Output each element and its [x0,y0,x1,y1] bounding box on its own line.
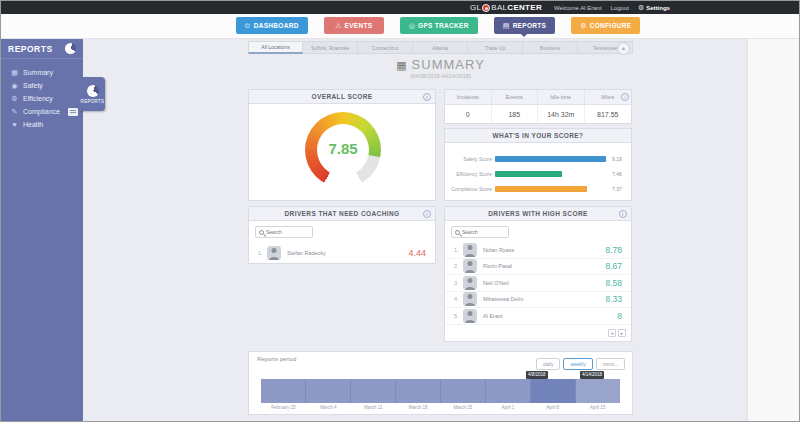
driver-avatar [463,276,477,290]
summary-chart-icon: ▦ [10,69,19,77]
tab-all-locations[interactable]: All Locations [248,41,303,54]
settings-link[interactable]: ⚙Settings [638,4,670,12]
search-icon [259,230,264,235]
axis-label: March 25 [441,405,486,410]
period-buttons: daily weekly mont... [536,358,625,370]
tab-5[interactable]: Business [523,41,578,54]
coaching-search-input[interactable] [266,229,309,235]
info-icon[interactable] [619,210,627,218]
nav-reports-button[interactable]: ▤REPORTS [494,17,555,34]
stat-value-miles: 817.55 [585,105,632,123]
nav-dashboard-button[interactable]: ⊙DASHBOARD [236,17,308,34]
bar-label: Efficiency Score [445,171,495,177]
tab-1[interactable]: Suffolk, Roanoke [303,41,358,54]
app-window: GL BAL CENTER Welcome Al Erant Logout ⚙S… [0,0,800,422]
driver-row[interactable]: 2. Florin Pasal 8.67 [445,259,631,276]
tab-3[interactable]: Atlanta [413,41,468,54]
nav-gps-tracker-button[interactable]: ◎GPS TRACKER [400,17,478,34]
coaching-driver-row[interactable]: 1. Stefan Radecky 4.44 [249,243,435,263]
pie-chart-icon[interactable] [65,43,76,54]
high-score-drivers-panel: DRIVERS WITH HIGH SCORE 1. Nolan Ryass 8… [444,206,632,342]
main-nav: ⊙DASHBOARD ⚠EVENTS ◎GPS TRACKER ▤REPORTS… [1,14,799,39]
timeline-segment-selected[interactable] [531,379,576,403]
weekly-button[interactable]: weekly [563,358,592,370]
axis-label: March 11 [351,405,396,410]
prev-page-button[interactable] [608,329,616,337]
timeline-segment[interactable] [351,379,396,403]
driver-row[interactable]: 5. Al Erant 8 [445,308,631,325]
logout-link[interactable]: Logout [611,5,629,11]
top-bar: GL BAL CENTER Welcome Al Erant Logout ⚙S… [1,1,799,14]
nav-configure-button[interactable]: ⚙CONFIGURE [571,17,640,34]
driver-row[interactable]: 4. Mihaleswa Delm 8.33 [445,292,631,309]
sidebar-toggle-handle[interactable]: REPORTS [80,77,105,111]
panel-title: DRIVERS WITH HIGH SCORE [488,210,587,217]
driver-rank: 3. [454,280,463,286]
user-links: Welcome Al Erant Logout ⚙Settings [554,1,670,14]
timeline-segment[interactable] [306,379,351,403]
stat-header-events: Events [492,90,539,105]
driver-rank: 2. [454,263,463,269]
sidebar-item-compliance[interactable]: ✎Compliance [1,105,83,118]
sidebar-item-health[interactable]: ♥Health [1,118,83,131]
info-icon[interactable] [621,93,629,101]
driver-score: 4.44 [408,248,426,258]
bar-value: 7.46 [609,171,627,177]
timeline-segment[interactable] [576,379,620,403]
sidebar-item-label: Efficiency [23,95,53,102]
daily-button[interactable]: daily [536,358,560,370]
stat-header-incidents: Incidents [445,90,492,105]
sidebar-title: REPORTS [8,44,53,54]
nav-configure-label: CONFIGURE [590,22,632,29]
collapse-button[interactable]: ▴ [617,42,630,55]
next-page-button[interactable] [618,329,626,337]
driver-avatar [463,243,477,257]
score-bars: Safety Score 9.19 Efficiency Score 7.46 … [445,143,631,196]
logo-text-gl: GL [470,3,481,12]
monthly-button[interactable]: mont... [596,358,625,370]
highscore-search-input[interactable] [462,229,505,235]
info-icon[interactable] [423,210,431,218]
driver-rank: 5. [454,313,463,319]
sidebar-item-summary[interactable]: ▦Summary [1,66,83,79]
tab-4[interactable]: Trade Up [468,41,523,54]
sidebar-item-efficiency[interactable]: ⚙Efficiency [1,92,83,105]
nav-events-button[interactable]: ⚠EVENTS [324,17,384,34]
tab-2[interactable]: Connecticut [358,41,413,54]
nav-reports-label: REPORTS [513,22,547,29]
driver-name: Al Erant [483,313,503,319]
bar-row-safety: Safety Score 9.19 [445,151,627,166]
timeline-segment[interactable] [261,379,306,403]
settings-label: Settings [646,5,670,11]
bar-track [495,186,609,192]
panel-title: OVERALL SCORE [311,93,372,100]
timeline-segment[interactable] [396,379,441,403]
timeline-segment[interactable] [441,379,486,403]
axis-label: April 15 [575,405,620,410]
page-header: ▦SUMMARY (04/08/2018-04/14/2018) [248,57,633,79]
summary-chart-icon: ▦ [396,59,407,71]
driver-rank: 4. [454,296,463,302]
panel-header: OVERALL SCORE [249,90,435,104]
driver-name: Stefan Radecky [287,250,326,256]
stat-value-incidents: 0 [445,105,492,123]
sidebar-item-label: Compliance [23,108,60,115]
sidebar-menu: ▦Summary ◉Safety ⚙Efficiency ✎Compliance… [1,66,83,131]
driver-score: 8.78 [605,245,622,255]
stat-header-miles: Miles [585,90,632,105]
driver-row[interactable]: 1. Nolan Ryass 8.78 [445,242,631,259]
logo-text-bal: BAL [491,3,507,12]
driver-rank: 1. [454,247,463,253]
gps-pin-icon: ◎ [409,22,415,30]
bar-value: 9.19 [609,156,627,162]
date-range: (04/08/2018-04/14/2018) [248,73,633,79]
info-icon[interactable] [423,93,431,101]
score-breakdown-panel: WHAT'S IN YOUR SCORE? Safety Score 9.19 … [444,128,632,201]
driver-row[interactable]: 3. Neil O'Neil 8.58 [445,275,631,292]
range-start-tooltip: 4/8/2018 [526,371,548,379]
overall-score-value: 7.85 [305,140,381,157]
globe-icon [482,4,490,12]
timeline-segment[interactable] [486,379,531,403]
driver-score: 8.67 [605,261,622,271]
sidebar-item-safety[interactable]: ◉Safety [1,79,83,92]
